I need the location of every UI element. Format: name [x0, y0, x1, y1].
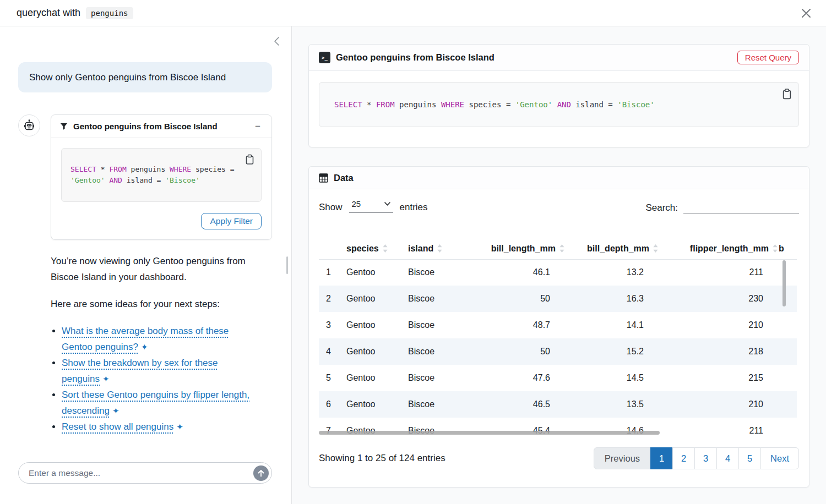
copy-icon — [782, 88, 792, 100]
send-button[interactable] — [253, 465, 269, 481]
bot-avatar — [18, 114, 40, 136]
suggestion-item: Sort these Gentoo penguins by flipper le… — [62, 387, 259, 419]
dataset-chip: penguins — [86, 7, 133, 19]
column-header-label: species — [346, 244, 379, 253]
table-cell: 230 — [659, 286, 779, 312]
sql-code-block: SELECT * FROM penguins WHERE species = '… — [319, 82, 799, 127]
table-cell: Gentoo — [335, 259, 404, 286]
data-card-body: Show 25 entries Search: — [309, 189, 809, 483]
table-cell: 46.1 — [474, 259, 566, 286]
pagination-page-5[interactable]: 5 — [738, 447, 761, 469]
app-title: querychat with penguins — [17, 7, 133, 19]
table-cell: 50 — [474, 286, 566, 312]
column-header[interactable]: flipper_length_mm — [659, 238, 779, 259]
table-row: 3GentooBiscoe48.714.1210 — [319, 312, 797, 338]
filter-card-body: SELECT * FROM penguins WHERE species = '… — [51, 138, 271, 239]
table-info: Showing 1 to 25 of 124 entries — [319, 453, 445, 464]
entries-label: entries — [400, 202, 428, 213]
sql-token: island = — [571, 100, 617, 109]
column-header[interactable]: bill_depth_mm — [566, 238, 659, 259]
sql-token: 'Gentoo' — [70, 176, 105, 184]
pagination-page-2[interactable]: 2 — [672, 447, 695, 469]
pagination-previous[interactable]: Previous — [594, 447, 651, 469]
assistant-paragraph: Here are some ideas for your next steps: — [51, 296, 259, 312]
table-cell: Gentoo — [335, 365, 404, 391]
message-input[interactable] — [18, 462, 272, 484]
content-area: Show only Gentoo penguins from Biscoe Is… — [0, 26, 826, 504]
top-bar: querychat with penguins — [0, 0, 826, 26]
filter-card-actions: Apply Filter — [61, 213, 262, 229]
vertical-scrollbar[interactable] — [782, 260, 786, 306]
column-header-label: flipper_length_mm — [690, 244, 769, 253]
pagination: Previous12345Next — [594, 447, 799, 469]
column-header[interactable]: bill_length_mm — [474, 238, 566, 259]
search-input[interactable] — [683, 199, 799, 213]
sql-token: * — [96, 165, 109, 173]
send-icon — [257, 469, 265, 477]
table-row: 2GentooBiscoe5016.3230 — [319, 286, 797, 312]
pagination-page-1[interactable]: 1 — [650, 447, 673, 469]
table-cell: 13.2 — [566, 259, 659, 286]
table-row: 4GentooBiscoe5015.2218 — [319, 338, 797, 365]
query-card: >_ Gentoo penguins from Biscoe Island Re… — [308, 44, 809, 147]
query-card-header: >_ Gentoo penguins from Biscoe Island Re… — [309, 45, 809, 71]
message-input-wrap — [18, 462, 272, 484]
table-controls: Show 25 entries Search: — [319, 199, 799, 213]
minimize-button[interactable]: − — [253, 120, 263, 132]
table-cell: 48.7 — [474, 312, 566, 338]
reset-query-button[interactable]: Reset Query — [737, 51, 799, 64]
table-cell: Biscoe — [404, 365, 474, 391]
column-header[interactable]: island — [404, 238, 474, 259]
suggestion-link[interactable]: Reset to show all penguins — [62, 421, 173, 432]
pagination-next[interactable]: Next — [760, 447, 799, 469]
column-header-label: island — [408, 244, 433, 253]
table-cell — [779, 286, 797, 312]
row-number: 1 — [319, 259, 335, 286]
table-cell: 14.1 — [566, 312, 659, 338]
sidebar-collapse-button[interactable] — [270, 35, 282, 47]
table-cell: Gentoo — [335, 338, 404, 365]
assistant-text: You’re now viewing only Gentoo penguins … — [51, 253, 259, 435]
sql-token: 'Biscoe' — [617, 100, 654, 109]
close-button[interactable] — [798, 6, 814, 21]
pagination-page-4[interactable]: 4 — [716, 447, 739, 469]
row-number: 3 — [319, 312, 335, 338]
table-cell: Gentoo — [335, 391, 404, 418]
sql-code: SELECT * FROM penguins WHERE species = '… — [334, 100, 655, 109]
table-row: 5GentooBiscoe47.614.5215 — [319, 365, 797, 391]
sidebar-resize-handle[interactable] — [286, 256, 288, 274]
data-card-title: Data — [334, 173, 799, 183]
horizontal-scrollbar[interactable] — [319, 431, 660, 435]
sql-code-block: SELECT * FROM penguins WHERE species = '… — [61, 148, 262, 202]
sort-icon — [383, 244, 388, 253]
column-header-label: bill_length_mm — [491, 244, 556, 253]
table-cell: Gentoo — [335, 312, 404, 338]
user-message-bubble: Show only Gentoo penguins from Biscoe Is… — [18, 62, 272, 92]
table-cell: 218 — [659, 338, 779, 365]
sql-token: species = — [191, 165, 238, 173]
sql-token: 'Gentoo' — [515, 100, 552, 109]
table-cell: 16.3 — [566, 286, 659, 312]
table-footer: Showing 1 to 25 of 124 entries Previous1… — [319, 447, 799, 469]
table-cell: 47.6 — [474, 365, 566, 391]
sql-token: WHERE — [170, 165, 191, 173]
assistant-message-row: Gentoo penguins from Biscoe Island − SEL… — [18, 114, 272, 240]
data-card: Data Show 25 entries Searc — [308, 166, 809, 487]
copy-button[interactable] — [781, 87, 793, 103]
sparkle-icon: ✦ — [176, 422, 183, 431]
table-cell — [779, 391, 797, 418]
filter-card-header: Gentoo penguins from Biscoe Island − — [51, 115, 271, 138]
pagination-page-3[interactable]: 3 — [694, 447, 717, 469]
page-length-select[interactable]: 25 — [349, 199, 393, 213]
suggestion-item: Reset to show all penguins✦ — [62, 419, 259, 435]
apply-filter-button[interactable]: Apply Filter — [201, 213, 262, 229]
suggestion-link[interactable]: Sort these Gentoo penguins by flipper le… — [62, 390, 249, 416]
close-icon — [800, 7, 812, 19]
app-window: querychat with penguins Show only Gentoo… — [0, 0, 826, 504]
terminal-icon: >_ — [319, 52, 330, 63]
page-length-value: 25 — [352, 199, 361, 209]
suggestion-link[interactable]: Show the breakdown by sex for these peng… — [62, 358, 218, 384]
column-header[interactable]: species — [335, 238, 404, 259]
copy-button[interactable] — [244, 153, 256, 168]
sparkle-icon: ✦ — [112, 406, 119, 415]
